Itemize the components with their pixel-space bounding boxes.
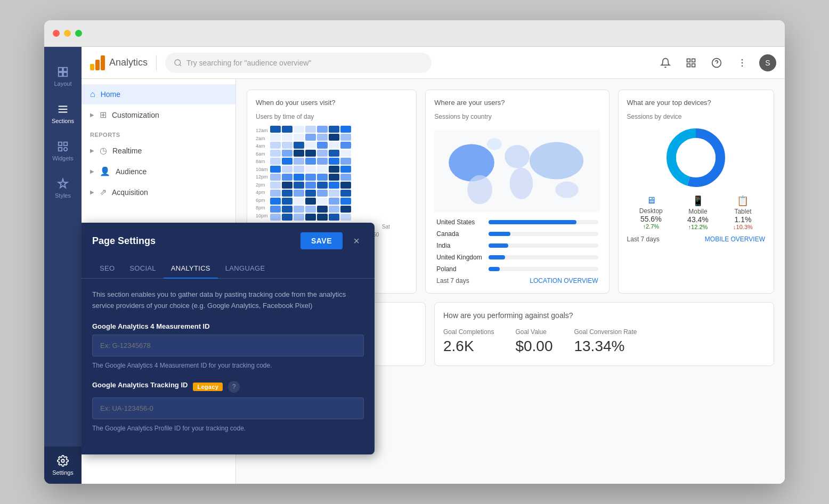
styles-icon: [56, 177, 69, 190]
question-3: What are your top devices?: [627, 99, 765, 107]
mobile-overview-link[interactable]: MOBILE OVERVIEW: [705, 235, 765, 243]
sidebar-item-layout[interactable]: Layout: [44, 58, 82, 95]
avatar[interactable]: S: [759, 54, 776, 71]
svg-rect-8: [64, 142, 67, 145]
maximize-traffic-light[interactable]: [75, 30, 82, 37]
svg-point-28: [530, 142, 583, 180]
country-bar-bg: [489, 255, 598, 259]
nav-acquisition-label: Acquisition: [112, 188, 148, 197]
svg-rect-0: [59, 68, 62, 71]
location-overview-link[interactable]: LOCATION OVERVIEW: [530, 277, 598, 284]
country-bar: [489, 220, 576, 224]
modal-body: This section enables you to gather data …: [82, 279, 375, 454]
nav-item-realtime[interactable]: ▶ ◷ Realtime: [82, 140, 235, 161]
goals-question: How are you performing against goals?: [443, 311, 765, 320]
country-bars: United States Canada: [434, 218, 600, 273]
tab-language[interactable]: LANGUAGE: [218, 259, 273, 279]
mobile-stat: 📱 Mobile 43.4% ↑12.2%: [687, 195, 709, 230]
logo-bar-1: [90, 64, 94, 70]
svg-rect-17: [692, 63, 695, 67]
ga4-label: Google Analytics 4 Measurement ID: [92, 322, 364, 330]
left-sidebar: Layout Sections Widgets: [44, 47, 82, 484]
svg-rect-7: [59, 142, 62, 145]
tablet-change: ↓10.3%: [733, 224, 753, 230]
country-bar: [489, 232, 510, 236]
svg-point-22: [742, 65, 743, 67]
heatmap-subtitle: Users by time of day: [256, 113, 408, 120]
tab-seo[interactable]: SEO: [92, 259, 122, 279]
title-bar: [44, 20, 785, 47]
search-bar[interactable]: Try searching for "audience overview": [165, 53, 432, 73]
nav-item-home[interactable]: ⌂ Home: [82, 84, 235, 104]
nav-customization-label: Customization: [112, 111, 159, 119]
nav-audience-label: Audience: [116, 167, 147, 176]
legacy-badge: Legacy: [193, 383, 223, 391]
country-row-in: India: [436, 242, 598, 249]
country-row-uk: United Kingdom: [436, 254, 598, 261]
minimize-traffic-light[interactable]: [64, 30, 71, 37]
sidebar-item-widgets[interactable]: Widgets: [44, 132, 82, 169]
search-placeholder: Try searching for "audience overview": [186, 59, 311, 67]
nav-item-acquisition[interactable]: ▶ ⇗ Acquisition: [82, 182, 235, 202]
modal-panel: Page Settings SAVE × SEO SOCIAL ANALYTIC…: [82, 223, 375, 454]
logo-bar-3: [101, 55, 105, 70]
svg-point-25: [468, 175, 493, 204]
ga4-input[interactable]: [92, 335, 364, 356]
sidebar-label-widgets: Widgets: [52, 155, 74, 161]
svg-rect-9: [59, 148, 62, 151]
expand-icon-acquisition: ▶: [90, 189, 94, 195]
sidebar-item-styles[interactable]: Styles: [44, 169, 82, 207]
tab-analytics[interactable]: ANALYTICS: [164, 259, 218, 279]
logo-bars: [90, 55, 105, 70]
sidebar-item-settings[interactable]: Settings: [44, 446, 82, 484]
ga4-help: The Google Analytics 4 Measurement ID fo…: [92, 361, 364, 370]
devices-card: What are your top devices? Sessions by d…: [618, 90, 774, 294]
country-name: Poland: [436, 265, 484, 273]
desktop-change: ↑2.7%: [639, 223, 663, 230]
map-card: Where are your users? Sessions by countr…: [425, 90, 609, 294]
ua-help-icon[interactable]: ?: [228, 381, 240, 393]
svg-point-12: [175, 60, 181, 66]
tab-social[interactable]: SOCIAL: [122, 259, 163, 279]
donut-svg: [664, 126, 728, 190]
nav-item-customization[interactable]: ▶ ⊞ Customization: [82, 104, 235, 125]
ua-label-row: Google Analytics Tracking ID Legacy ?: [92, 381, 364, 393]
sidebar-item-sections[interactable]: Sections: [44, 95, 82, 132]
realtime-icon: ◷: [100, 145, 107, 156]
map-period[interactable]: Last 7 days: [436, 277, 469, 284]
goals-stats: Goal Completions 2.6K Goal Value $0.00 G…: [443, 328, 765, 355]
modal-actions: SAVE ×: [300, 232, 364, 249]
analytics-header: Analytics Try searching for "audience ov…: [82, 47, 785, 79]
nav-item-audience[interactable]: ▶ 👤 Audience: [82, 161, 235, 182]
svg-rect-2: [59, 72, 62, 76]
tablet-pct: 1.1%: [733, 215, 753, 224]
save-button[interactable]: SAVE: [300, 232, 343, 249]
expand-icon: ▶: [90, 112, 94, 118]
help-icon[interactable]: [708, 54, 725, 71]
svg-point-34: [676, 138, 716, 177]
more-icon[interactable]: [734, 54, 751, 71]
goal-rate-value: 13.34%: [574, 338, 637, 355]
close-traffic-light[interactable]: [53, 30, 60, 37]
country-bar-bg: [489, 220, 598, 224]
goal-value-number: $0.00: [515, 338, 552, 355]
main-app: Analytics Try searching for "audience ov…: [82, 47, 785, 484]
ua-input[interactable]: [92, 397, 364, 419]
goal-value-label: Goal Value: [515, 328, 552, 336]
nav-realtime-label: Realtime: [112, 147, 142, 155]
country-row-pl: Poland: [436, 265, 598, 273]
close-button[interactable]: ×: [349, 233, 364, 248]
analytics-logo: Analytics: [90, 55, 148, 70]
devices-period[interactable]: Last 7 days: [627, 235, 660, 243]
goal-rate-label: Goal Conversion Rate: [574, 328, 637, 336]
goal-completions: Goal Completions 2.6K: [443, 328, 494, 355]
sidebar-label-settings: Settings: [52, 469, 74, 476]
notification-icon[interactable]: [657, 54, 674, 71]
country-row-us: United States: [436, 218, 598, 226]
apps-icon[interactable]: [682, 54, 700, 71]
question-1: When do your users visit?: [256, 99, 408, 107]
svg-rect-16: [687, 63, 690, 67]
svg-point-11: [61, 459, 64, 462]
settings-icon: [56, 454, 69, 467]
country-name: United Kingdom: [436, 254, 484, 261]
